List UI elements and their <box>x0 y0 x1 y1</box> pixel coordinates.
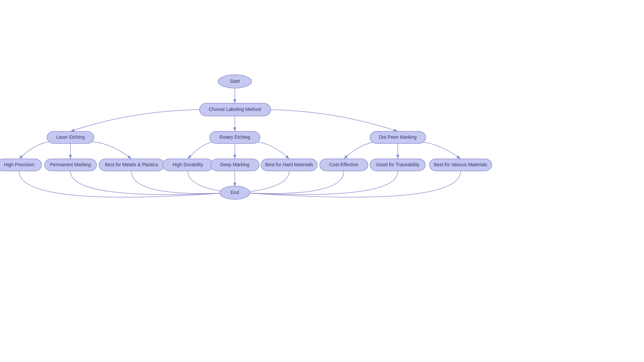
highprec-label: High Precision <box>4 162 34 167</box>
start-label: Start <box>230 78 240 84</box>
besthard-label: Best for Hard Materials <box>265 162 313 167</box>
permmark-label: Permanent Marking <box>50 162 91 167</box>
goodtrace-label: Good for Traceability <box>376 162 419 167</box>
bestmetals-label: Best for Metals & Plastics <box>105 162 158 167</box>
costeff-label: Cost-Effective <box>329 162 359 167</box>
choose-label: Choose Labeling Method <box>209 107 261 112</box>
end-label: End <box>231 190 239 195</box>
rotary-label: Rotary Etching <box>219 134 250 140</box>
deepmark-label: Deep Marking <box>220 162 249 167</box>
bestvarious-label: Best for Various Materials <box>434 162 487 167</box>
highdur-label: High Durability <box>172 162 203 167</box>
laser-label: Laser Etching <box>56 134 85 140</box>
dotpeen-label: Dot Peen Marking <box>379 134 417 140</box>
